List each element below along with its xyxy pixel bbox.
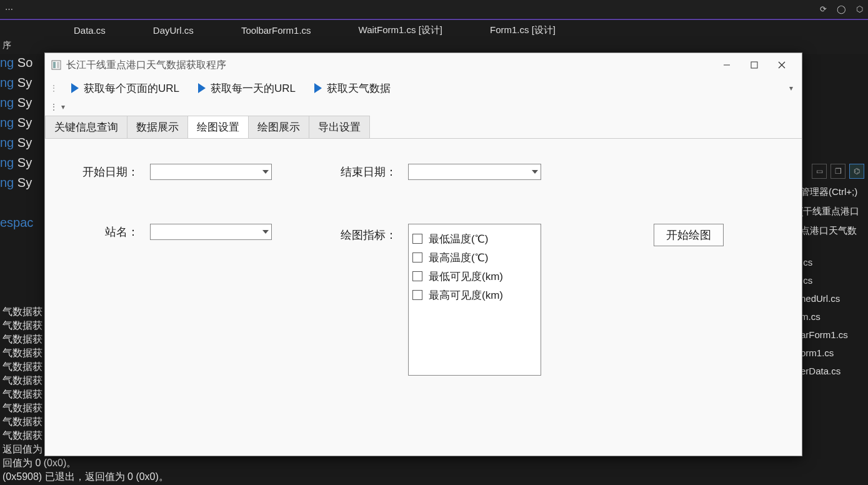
tab-strip: 关键信息查询 数据展示 绘图设置 绘图展示 导出设置	[45, 116, 802, 139]
close-button[interactable]	[768, 56, 796, 74]
end-date-label: 结束日期：	[322, 164, 397, 179]
file-tab[interactable]: WaitForm1.cs [设计]	[354, 22, 447, 39]
station-label: 站名：	[64, 224, 139, 239]
svg-rect-4	[751, 62, 757, 68]
metric-item[interactable]: 最高可见度(km)	[412, 286, 537, 304]
dropdown-icon[interactable]: ▾	[61, 102, 65, 111]
tab-key-info[interactable]: 关键信息查询	[45, 116, 127, 138]
toolbar-overflow-icon[interactable]: ▾	[786, 81, 797, 95]
chevron-down-icon	[262, 170, 269, 174]
app-window: 长江干线重点港口天气数据获取程序 ⋮ 获取每个页面的URL 获取每一天的URL …	[44, 52, 802, 456]
tab-plot-settings[interactable]: 绘图设置	[187, 116, 249, 138]
end-date-combo[interactable]	[408, 164, 541, 180]
file-tab[interactable]: Form1.cs [设计]	[485, 22, 561, 39]
toolbar-grip-icon: ⋮	[50, 102, 57, 111]
checkbox-icon[interactable]	[412, 271, 422, 281]
metric-label: 绘图指标：	[322, 224, 397, 242]
solution-explorer: ▭ ❐ ⌬ 管理器(Ctrl+;) [干线重点港口 点港口天气数 .cs .cs…	[799, 160, 868, 380]
minimize-button[interactable]	[713, 56, 741, 74]
play-icon	[71, 83, 79, 93]
fetch-page-urls-button[interactable]: 获取每个页面的URL	[71, 81, 179, 96]
ide-top-toolbar: ⋯⟳◯⬡	[0, 0, 868, 19]
start-plot-button[interactable]: 开始绘图	[654, 224, 724, 246]
app-icon	[51, 60, 61, 70]
tab-content: 开始日期： 结束日期： 站名： 绘图指标： 最低温度(℃) 最高温度(℃) 最低…	[45, 139, 802, 401]
secondary-toolbar: ⋮ ▾	[45, 99, 802, 114]
metric-checklist[interactable]: 最低温度(℃) 最高温度(℃) 最低可见度(km) 最高可见度(km)	[408, 224, 541, 376]
ide-breadcrumb: 序	[0, 40, 868, 54]
station-combo[interactable]	[150, 224, 272, 240]
maximize-button[interactable]	[741, 56, 768, 74]
checkbox-icon[interactable]	[412, 290, 422, 300]
tab-plot-view[interactable]: 绘图展示	[248, 116, 309, 138]
play-icon	[314, 83, 322, 93]
checkbox-icon[interactable]	[412, 234, 422, 244]
window-title: 长江干线重点港口天气数据获取程序	[66, 59, 713, 72]
fetch-day-urls-button[interactable]: 获取每一天的URL	[198, 81, 296, 96]
stack-icon[interactable]: ❐	[831, 164, 846, 179]
tab-export[interactable]: 导出设置	[309, 116, 370, 138]
metric-item[interactable]: 最低温度(℃)	[412, 229, 537, 248]
file-tab[interactable]: DayUrl.cs	[148, 22, 199, 38]
chevron-down-icon	[532, 170, 538, 174]
chevron-down-icon	[262, 230, 269, 234]
play-icon	[198, 83, 206, 93]
code-gutter: ng So ng Sy ng Sy ng Sy ng Sy ng Sy ng S…	[0, 52, 45, 232]
view-icon[interactable]: ▭	[812, 164, 827, 179]
metric-item[interactable]: 最低可见度(km)	[412, 267, 537, 286]
tree-icon[interactable]: ⌬	[849, 164, 864, 179]
svg-rect-2	[57, 62, 59, 68]
toolbar-grip-icon: ⋮	[50, 84, 56, 92]
tab-data-view[interactable]: 数据展示	[127, 116, 188, 138]
metric-item[interactable]: 最高温度(℃)	[412, 248, 537, 267]
fetch-weather-button[interactable]: 获取天气数据	[314, 81, 391, 96]
start-date-label: 开始日期：	[64, 164, 139, 179]
titlebar[interactable]: 长江干线重点港口天气数据获取程序	[45, 53, 802, 77]
file-tab[interactable]: ToolbarForm1.cs	[236, 22, 316, 38]
main-toolbar: ⋮ 获取每个页面的URL 获取每一天的URL 获取天气数据 ▾	[45, 77, 802, 99]
ide-file-tabs: Data.cs DayUrl.cs ToolbarForm1.cs WaitFo…	[0, 19, 868, 40]
checkbox-icon[interactable]	[412, 252, 422, 262]
file-tab[interactable]: Data.cs	[69, 22, 111, 38]
start-date-combo[interactable]	[150, 164, 272, 180]
svg-rect-1	[53, 62, 56, 68]
